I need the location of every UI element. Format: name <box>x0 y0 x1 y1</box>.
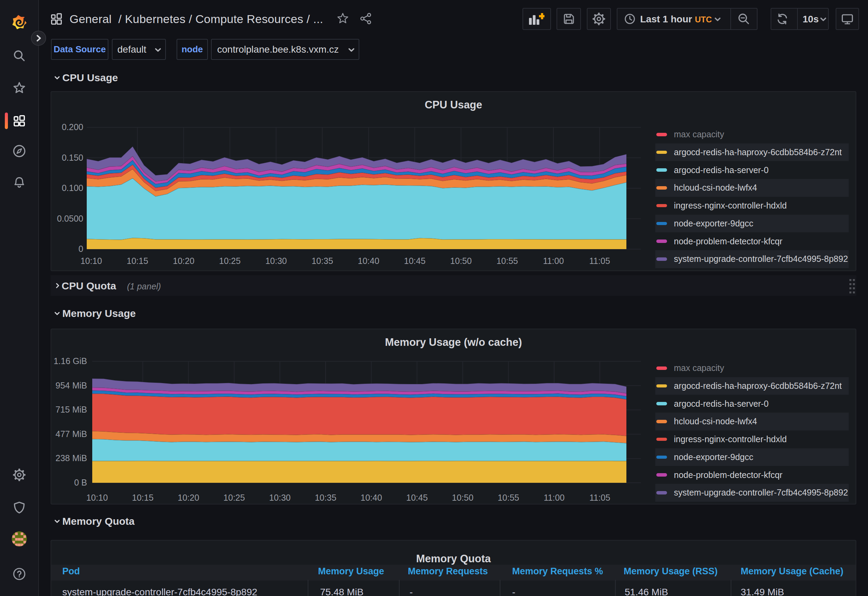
svg-text:954 MiB: 954 MiB <box>55 381 87 390</box>
svg-text:0.200: 0.200 <box>62 122 83 132</box>
svg-text:477 MiB: 477 MiB <box>55 429 87 439</box>
svg-text:10:10: 10:10 <box>81 256 102 266</box>
svg-text:238 MiB: 238 MiB <box>55 453 87 463</box>
svg-text:10:50: 10:50 <box>452 493 474 502</box>
svg-text:10:55: 10:55 <box>497 493 520 502</box>
svg-text:10:15: 10:15 <box>127 256 148 266</box>
svg-text:0.100: 0.100 <box>62 183 83 193</box>
svg-text:10:45: 10:45 <box>406 493 428 502</box>
svg-text:10:25: 10:25 <box>219 256 241 266</box>
svg-text:0 B: 0 B <box>74 478 87 487</box>
svg-text:10:35: 10:35 <box>311 256 333 266</box>
svg-text:10:20: 10:20 <box>173 256 195 266</box>
svg-text:0.0500: 0.0500 <box>57 214 83 223</box>
svg-text:10:55: 10:55 <box>496 256 518 266</box>
svg-text:11:00: 11:00 <box>544 493 565 502</box>
svg-text:10:20: 10:20 <box>177 493 199 502</box>
svg-text:10:50: 10:50 <box>450 256 472 266</box>
svg-text:715 MiB: 715 MiB <box>55 405 87 414</box>
svg-text:11:05: 11:05 <box>589 493 610 502</box>
svg-text:10:25: 10:25 <box>223 493 245 502</box>
svg-text:10:45: 10:45 <box>404 256 426 266</box>
svg-text:10:40: 10:40 <box>358 256 379 266</box>
svg-text:11:05: 11:05 <box>589 256 610 266</box>
svg-text:0: 0 <box>78 244 83 254</box>
svg-text:10:30: 10:30 <box>269 493 291 502</box>
svg-text:10:40: 10:40 <box>361 493 382 502</box>
svg-text:10:30: 10:30 <box>265 256 287 266</box>
svg-text:10:35: 10:35 <box>315 493 337 502</box>
svg-text:10:10: 10:10 <box>86 493 108 502</box>
svg-text:10:15: 10:15 <box>132 493 154 502</box>
svg-text:1.16 GiB: 1.16 GiB <box>54 356 87 366</box>
svg-text:0.150: 0.150 <box>62 153 83 162</box>
svg-text:11:00: 11:00 <box>543 256 564 266</box>
